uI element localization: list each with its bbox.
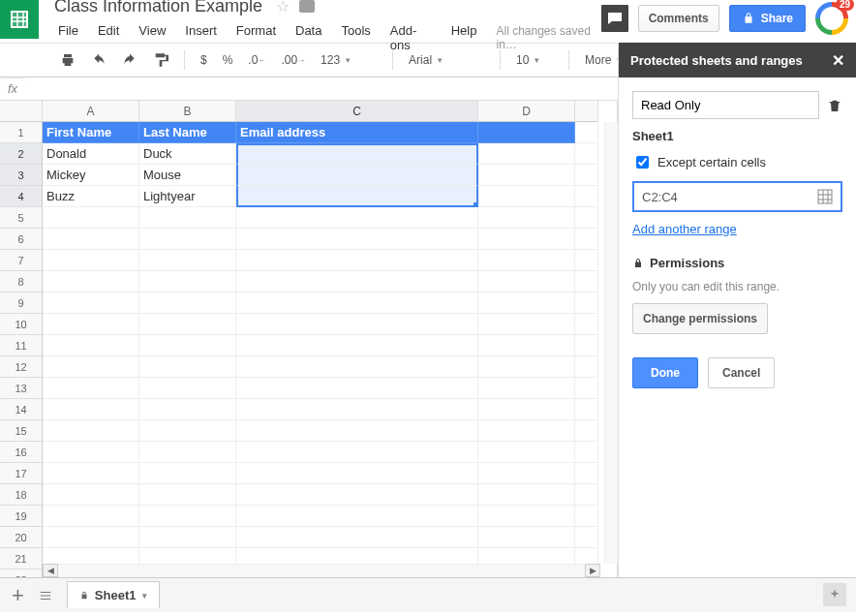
cell-C18[interactable] xyxy=(236,484,478,506)
cell-C19[interactable] xyxy=(236,506,478,527)
cell-A9[interactable] xyxy=(43,293,139,314)
paint-format-button[interactable] xyxy=(147,48,174,72)
row-header-11[interactable]: 11 xyxy=(0,335,43,356)
cell-C8[interactable] xyxy=(236,271,478,293)
column-header-C[interactable]: C xyxy=(236,101,478,122)
cell-B20[interactable] xyxy=(139,527,236,548)
menu-tools[interactable]: Tools xyxy=(333,20,378,55)
cell-C5[interactable] xyxy=(236,207,478,229)
redo-button[interactable] xyxy=(116,49,143,71)
cell-C15[interactable] xyxy=(236,420,478,442)
row-header-2[interactable]: 2 xyxy=(0,143,43,165)
select-all-corner[interactable] xyxy=(0,101,43,122)
cell-D12[interactable] xyxy=(478,356,575,378)
cell-D2[interactable] xyxy=(478,143,575,165)
decrease-decimal-button[interactable]: .0← xyxy=(242,49,271,71)
cell-B9[interactable] xyxy=(139,293,236,314)
row-header-3[interactable]: 3 xyxy=(0,165,43,186)
add-sheet-button[interactable]: + xyxy=(12,583,24,608)
cell-B4[interactable]: Lightyear xyxy=(139,186,236,207)
app-logo[interactable] xyxy=(0,0,39,39)
cell-B19[interactable] xyxy=(139,506,236,527)
row-header-22[interactable]: 22 xyxy=(0,570,43,577)
cell-C2[interactable] xyxy=(236,143,478,165)
cell-C1[interactable]: Email address xyxy=(236,122,478,143)
cell-D6[interactable] xyxy=(478,229,575,250)
cell-A2[interactable]: Donald xyxy=(43,143,139,165)
cell-A3[interactable]: Mickey xyxy=(43,165,139,186)
cell-B3[interactable]: Mouse xyxy=(139,165,236,186)
scroll-right-button[interactable]: ▶ xyxy=(585,564,600,577)
cell-D17[interactable] xyxy=(478,463,575,484)
cell-A4[interactable]: Buzz xyxy=(43,186,139,207)
row-header-19[interactable]: 19 xyxy=(0,506,43,527)
cell-A6[interactable] xyxy=(43,229,139,250)
cell-B17[interactable] xyxy=(139,463,236,484)
cell-A7[interactable] xyxy=(43,250,139,271)
range-input-row[interactable]: C2:C4 xyxy=(632,181,842,212)
row-header-20[interactable]: 20 xyxy=(0,527,43,548)
row-header-1[interactable]: 1 xyxy=(0,122,43,143)
cell-D9[interactable] xyxy=(478,293,575,314)
cell-D8[interactable] xyxy=(478,271,575,293)
sheet-tab[interactable]: Sheet1 ▾ xyxy=(67,581,160,608)
cell-C13[interactable] xyxy=(236,378,478,399)
except-cells-input[interactable] xyxy=(636,156,649,169)
cell-C14[interactable] xyxy=(236,399,478,420)
cell-C11[interactable] xyxy=(236,335,478,356)
menu-addons[interactable]: Add-ons xyxy=(382,20,440,55)
cell-B14[interactable] xyxy=(139,399,236,420)
row-header-5[interactable]: 5 xyxy=(0,207,43,229)
explore-button[interactable] xyxy=(823,583,846,606)
chat-button[interactable] xyxy=(601,5,628,32)
add-range-link[interactable]: Add another range xyxy=(632,222,842,236)
doc-title[interactable]: Class Information Example xyxy=(50,0,266,18)
row-header-18[interactable]: 18 xyxy=(0,484,43,506)
undo-button[interactable] xyxy=(85,49,112,71)
cell-D5[interactable] xyxy=(478,207,575,229)
cell-A8[interactable] xyxy=(43,271,139,293)
cell-B15[interactable] xyxy=(139,420,236,442)
close-sidebar-button[interactable]: ✕ xyxy=(832,51,844,70)
cell-B8[interactable] xyxy=(139,271,236,293)
spreadsheet-grid[interactable]: ABCD1First NameLast NameEmail address2Do… xyxy=(0,101,618,577)
cell-B18[interactable] xyxy=(139,484,236,506)
cell-B5[interactable] xyxy=(139,207,236,229)
cell-A16[interactable] xyxy=(43,442,139,463)
cell-A5[interactable] xyxy=(43,207,139,229)
cell-D15[interactable] xyxy=(478,420,575,442)
row-header-16[interactable]: 16 xyxy=(0,442,43,463)
except-cells-checkbox[interactable]: Except certain cells xyxy=(632,153,842,171)
row-header-17[interactable]: 17 xyxy=(0,463,43,484)
cell-C4[interactable] xyxy=(236,186,478,207)
column-header-B[interactable]: B xyxy=(139,101,236,122)
cell-D20[interactable] xyxy=(478,527,575,548)
cell-A17[interactable] xyxy=(43,463,139,484)
cell-B7[interactable] xyxy=(139,250,236,271)
cell-C9[interactable] xyxy=(236,293,478,314)
menu-help[interactable]: Help xyxy=(443,20,485,55)
done-button[interactable]: Done xyxy=(632,357,698,388)
format-percent-button[interactable]: % xyxy=(217,49,239,71)
scroll-left-button[interactable]: ◀ xyxy=(43,564,58,577)
font-size-select[interactable]: 10▾ xyxy=(510,51,559,69)
print-button[interactable] xyxy=(54,48,81,72)
row-header-8[interactable]: 8 xyxy=(0,271,43,293)
cell-D16[interactable] xyxy=(478,442,575,463)
cell-A14[interactable] xyxy=(43,399,139,420)
cell-B10[interactable] xyxy=(139,314,236,335)
range-description-input[interactable] xyxy=(632,91,819,119)
cell-A15[interactable] xyxy=(43,420,139,442)
row-header-15[interactable]: 15 xyxy=(0,420,43,442)
cell-C10[interactable] xyxy=(236,314,478,335)
cell-A18[interactable] xyxy=(43,484,139,506)
cell-D19[interactable] xyxy=(478,506,575,527)
cancel-button[interactable]: Cancel xyxy=(708,357,775,388)
cell-C3[interactable] xyxy=(236,165,478,186)
column-header-A[interactable]: A xyxy=(43,101,139,122)
scrollbar-vertical[interactable] xyxy=(604,122,618,564)
row-header-12[interactable]: 12 xyxy=(0,356,43,378)
cell-B11[interactable] xyxy=(139,335,236,356)
cell-C6[interactable] xyxy=(236,229,478,250)
cell-D11[interactable] xyxy=(478,335,575,356)
